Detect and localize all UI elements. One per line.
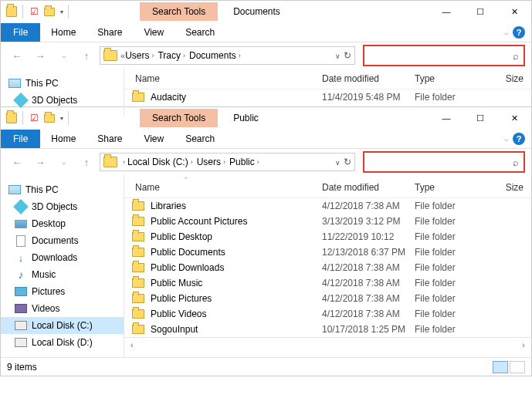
tab-view[interactable]: View — [133, 129, 175, 149]
address-dropdown-icon[interactable] — [335, 50, 341, 61]
tab-search[interactable]: Search — [175, 22, 225, 42]
close-button[interactable]: ✕ — [497, 107, 531, 129]
breadcrumb-segment[interactable]: Local Disk (C:)› — [127, 157, 195, 167]
list-item[interactable]: Libraries4/12/2018 7:38 AMFile folder — [124, 198, 531, 214]
properties-icon[interactable]: ☑ — [28, 5, 40, 18]
column-name[interactable]: Name — [132, 182, 322, 193]
refresh-icon[interactable] — [344, 157, 351, 167]
search-input[interactable] — [369, 157, 513, 167]
search-icon[interactable]: ⌕ — [513, 157, 519, 168]
window-controls: — ☐ ✕ — [429, 1, 531, 22]
sidebar-item-pictures[interactable]: Pictures — [1, 283, 124, 300]
search-icon[interactable]: ⌕ — [513, 50, 519, 62]
ribbon-expand-icon[interactable]: ⌵ — [504, 135, 508, 143]
tab-home[interactable]: Home — [40, 129, 86, 149]
search-box[interactable]: ⌕ — [363, 45, 525, 66]
sidebar-item-3d-objects[interactable]: 3D Objects — [1, 198, 124, 215]
forward-button[interactable]: → — [30, 46, 50, 66]
properties-icon[interactable]: ☑ — [28, 112, 40, 124]
sidebar-item-3d-objects[interactable]: 3D Objects — [1, 92, 124, 109]
desktop-icon — [15, 218, 27, 230]
list-item[interactable]: Public Pictures4/12/2018 7:38 AMFile fol… — [124, 291, 531, 306]
window-controls: — ☐ ✕ — [429, 107, 531, 129]
tab-share[interactable]: Share — [86, 22, 133, 42]
address-bar[interactable]: Users› Tracy› Documents› — [100, 46, 355, 65]
sidebar-item-local-disk-c[interactable]: Local Disk (C:) — [1, 317, 124, 334]
help-icon[interactable]: ? — [513, 26, 525, 39]
history-dropdown[interactable]: ⌵ — [53, 152, 73, 172]
help-icon[interactable]: ? — [513, 133, 525, 145]
breadcrumb-segment[interactable]: Public› — [229, 157, 262, 167]
column-type[interactable]: Type — [415, 182, 492, 193]
quick-access-toolbar: ☑ ▾ — [1, 111, 70, 125]
tab-file[interactable]: File — [1, 130, 40, 148]
search-input[interactable] — [369, 50, 513, 61]
chevron-icon[interactable]: › — [120, 158, 127, 166]
column-size[interactable]: Size — [492, 73, 524, 84]
maximize-button[interactable]: ☐ — [463, 1, 497, 22]
sidebar-item-this-pc[interactable]: This PC — [1, 181, 124, 198]
folder-icon — [103, 157, 117, 167]
back-button[interactable]: ← — [7, 152, 27, 172]
close-button[interactable]: ✕ — [497, 1, 531, 22]
maximize-button[interactable]: ☐ — [463, 107, 497, 129]
new-folder-icon[interactable] — [43, 5, 56, 18]
list-item[interactable]: SogouInput10/17/2018 1:25 PMFile folder — [124, 322, 531, 337]
pictures-icon — [15, 285, 27, 298]
quick-access-toolbar: ☑ ▾ — [1, 5, 70, 19]
search-box[interactable]: ⌕ — [363, 151, 525, 173]
list-item[interactable]: Public Videos4/12/2018 7:38 AMFile folde… — [124, 306, 531, 322]
folder-icon — [132, 217, 144, 226]
details-view-button[interactable] — [493, 361, 508, 373]
scroll-right-icon[interactable]: › — [522, 340, 525, 349]
ribbon-expand-icon[interactable]: ⌵ — [504, 29, 508, 36]
tab-share[interactable]: Share — [86, 129, 133, 149]
ribbon-tabs: File Home Share View Search ⌵ ? — [1, 22, 531, 42]
scroll-left-icon[interactable]: ‹ — [130, 340, 134, 349]
refresh-icon[interactable] — [344, 50, 351, 61]
sidebar-item-local-disk-d[interactable]: Local Disk (D:) — [1, 334, 124, 351]
column-date[interactable]: Date modified — [322, 182, 415, 193]
minimize-button[interactable]: — — [429, 107, 463, 129]
address-dropdown-icon[interactable] — [335, 157, 341, 167]
sidebar-item-music[interactable]: Music — [1, 266, 124, 283]
view-toggle — [493, 361, 525, 373]
tab-file[interactable]: File — [1, 23, 40, 42]
list-item[interactable]: Public Downloads4/12/2018 7:38 AMFile fo… — [124, 260, 531, 275]
list-item[interactable]: Public Account Pictures3/13/2019 3:12 PM… — [124, 214, 531, 229]
sidebar-item-documents[interactable]: Documents — [1, 232, 124, 249]
sidebar-item-downloads[interactable]: Downloads — [1, 249, 124, 266]
back-button[interactable]: ← — [7, 46, 27, 66]
up-button[interactable]: ↑ — [76, 46, 97, 66]
list-item[interactable]: Public Documents12/13/2018 6:37 PMFile f… — [124, 245, 531, 260]
list-item[interactable]: Public Music4/12/2018 7:38 AMFile folder — [124, 275, 531, 291]
horizontal-scrollbar[interactable]: ‹ › — [124, 337, 531, 351]
qat-dropdown-icon[interactable]: ▾ — [60, 115, 63, 122]
navigation-pane: This PC 3D Objects — [1, 69, 124, 115]
sidebar-item-this-pc[interactable]: This PC — [1, 75, 124, 92]
tab-home[interactable]: Home — [40, 22, 86, 42]
list-item[interactable]: Audacity 11/4/2019 5:48 PM File folder — [124, 89, 531, 105]
address-bar[interactable]: › Local Disk (C:)› Users› Public› — [100, 153, 355, 171]
column-type[interactable]: Type — [415, 73, 492, 84]
tab-view[interactable]: View — [133, 22, 175, 42]
column-size[interactable]: Size — [492, 182, 524, 193]
sidebar-item-desktop[interactable]: Desktop — [1, 215, 124, 232]
large-icons-view-button[interactable] — [510, 361, 525, 373]
column-name[interactable]: Name — [132, 73, 322, 84]
breadcrumb-segment[interactable]: Users› — [197, 157, 228, 167]
forward-button[interactable]: → — [30, 152, 50, 172]
list-item[interactable]: Public Desktop11/22/2019 10:12File folde… — [124, 229, 531, 245]
column-date[interactable]: Date modified — [322, 73, 415, 84]
history-dropdown[interactable]: ⌵ — [53, 46, 73, 66]
folder-icon — [132, 294, 144, 303]
up-button[interactable]: ↑ — [76, 152, 97, 172]
new-folder-icon[interactable] — [43, 112, 56, 124]
breadcrumb-segment[interactable]: Users› — [125, 50, 156, 61]
minimize-button[interactable]: — — [429, 1, 463, 22]
tab-search[interactable]: Search — [175, 129, 225, 149]
breadcrumb-segment[interactable]: Documents› — [189, 50, 243, 61]
breadcrumb-segment[interactable]: Tracy› — [158, 50, 188, 61]
qat-dropdown-icon[interactable]: ▾ — [60, 8, 63, 15]
sidebar-item-videos[interactable]: Videos — [1, 300, 124, 317]
